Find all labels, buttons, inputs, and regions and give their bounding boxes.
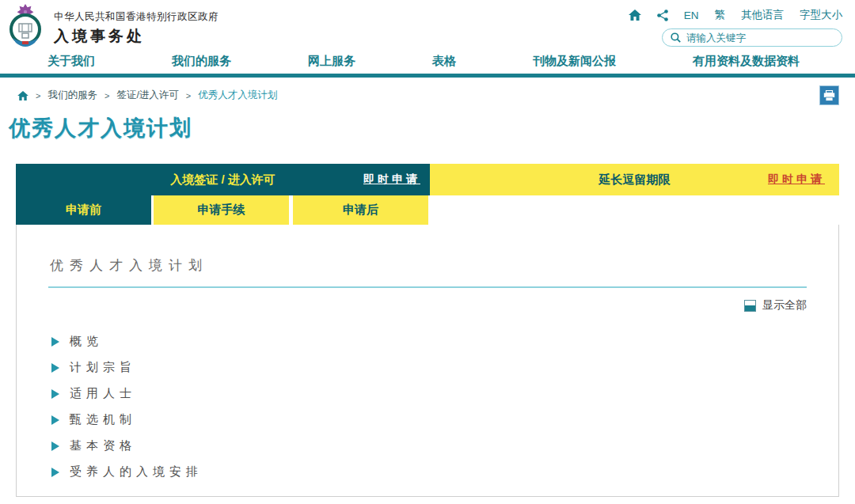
- extension-apply-now-link[interactable]: 即时申请: [768, 172, 825, 187]
- immd-logo: [6, 3, 44, 47]
- triangle-right-icon: [51, 389, 59, 399]
- heading-divider: [48, 286, 807, 288]
- nav-online-services[interactable]: 网上服务: [308, 54, 355, 69]
- lang-traditional-link[interactable]: 繁: [715, 8, 726, 22]
- search-input[interactable]: [686, 32, 834, 44]
- breadcrumb-visas[interactable]: 签证/进入许可: [116, 89, 178, 102]
- accordion-item-applicable-persons[interactable]: 适用人士: [51, 381, 838, 407]
- share-icon[interactable]: [657, 9, 668, 21]
- search-icon: [671, 32, 681, 43]
- printer-icon: [823, 90, 835, 101]
- tab-entry-visa[interactable]: 入境签证 / 进入许可 即时申请: [16, 164, 430, 195]
- accordion-item-dependants[interactable]: 受养人的入境安排: [51, 459, 838, 485]
- nav-useful-information[interactable]: 有用资料及数据资料: [693, 54, 800, 69]
- dept-title-block: 中华人民共和国香港特别行政区政府 入境事务处: [54, 10, 218, 47]
- home-icon[interactable]: [629, 9, 641, 21]
- nav-our-services[interactable]: 我们的服务: [172, 54, 231, 69]
- main-navigation: 关于我们 我们的服务 网上服务 表格 刊物及新闻公报 有用资料及数据资料: [0, 49, 855, 78]
- breadcrumb-our-services[interactable]: 我们的服务: [48, 89, 97, 102]
- tab-extension-of-stay[interactable]: 延长逗留期限 即时申请: [430, 164, 839, 195]
- visa-apply-now-link[interactable]: 即时申请: [363, 172, 420, 187]
- tab-extension-label: 延长逗留期限: [599, 172, 671, 188]
- tab-entry-visa-label: 入境签证 / 进入许可: [170, 172, 276, 188]
- triangle-right-icon: [51, 363, 59, 373]
- triangle-right-icon: [51, 415, 59, 425]
- nav-about-us[interactable]: 关于我们: [48, 54, 95, 69]
- breadcrumb-separator: >: [186, 91, 191, 100]
- accordion-item-basic-eligibility[interactable]: 基本资格: [51, 433, 838, 459]
- triangle-right-icon: [51, 468, 59, 477]
- show-all-toggle[interactable]: 显示全部: [17, 298, 807, 313]
- breadcrumb-current-page: 优秀人才入境计划: [198, 89, 277, 102]
- nav-publications-press[interactable]: 刊物及新闻公报: [533, 54, 616, 69]
- lang-en-link[interactable]: EN: [684, 9, 699, 21]
- content-panel: 优秀人才入境计划 显示全部 概览 计划宗旨 适用人士 甄选机制 基本资格 受养人…: [16, 225, 839, 497]
- government-line: 中华人民共和国香港特别行政区政府: [54, 10, 218, 24]
- utility-bar: EN 繁 其他语言 字型大小: [629, 8, 842, 22]
- content-heading: 优秀人才入境计划: [50, 256, 805, 275]
- accordion-item-overview[interactable]: 概览: [51, 328, 838, 354]
- accordion-item-objective[interactable]: 计划宗旨: [51, 354, 838, 381]
- other-languages-link[interactable]: 其他语言: [741, 8, 784, 22]
- tab-application-procedures[interactable]: 申请手续: [154, 195, 289, 225]
- triangle-right-icon: [51, 441, 59, 451]
- accordion-list: 概览 计划宗旨 适用人士 甄选机制 基本资格 受养人的入境安排: [51, 328, 838, 485]
- breadcrumb: > 我们的服务 > 签证/进入许可 > 优秀人才入境计划: [17, 89, 277, 102]
- font-size-link[interactable]: 字型大小: [800, 8, 842, 22]
- nav-forms[interactable]: 表格: [432, 54, 456, 69]
- breadcrumb-home-icon[interactable]: [17, 91, 28, 100]
- breadcrumb-row: > 我们的服务 > 签证/进入许可 > 优秀人才入境计划: [0, 78, 855, 112]
- site-header: 中华人民共和国香港特别行政区政府 入境事务处 EN 繁 其他语言 字型大小: [0, 0, 855, 49]
- breadcrumb-separator: >: [36, 91, 40, 100]
- tab-after-application[interactable]: 申请后: [293, 195, 428, 225]
- page-title: 优秀人才入境计划: [9, 114, 855, 142]
- department-name: 入境事务处: [54, 26, 218, 47]
- breadcrumb-separator: >: [104, 91, 109, 100]
- tab-stage-row: 申请前 申请手续 申请后: [16, 195, 839, 225]
- triangle-right-icon: [51, 337, 59, 347]
- show-all-label: 显示全部: [762, 298, 807, 313]
- site-search[interactable]: [662, 28, 842, 47]
- tab-before-application[interactable]: 申请前: [16, 195, 151, 225]
- tab-category-row: 入境签证 / 进入许可 即时申请 延长逗留期限 即时申请: [16, 164, 839, 195]
- scheme-tabs: 入境签证 / 进入许可 即时申请 延长逗留期限 即时申请 申请前 申请手续 申请…: [16, 164, 839, 225]
- show-all-icon: [744, 300, 756, 312]
- print-button[interactable]: [819, 85, 839, 105]
- accordion-item-selection-mechanism[interactable]: 甄选机制: [51, 407, 838, 433]
